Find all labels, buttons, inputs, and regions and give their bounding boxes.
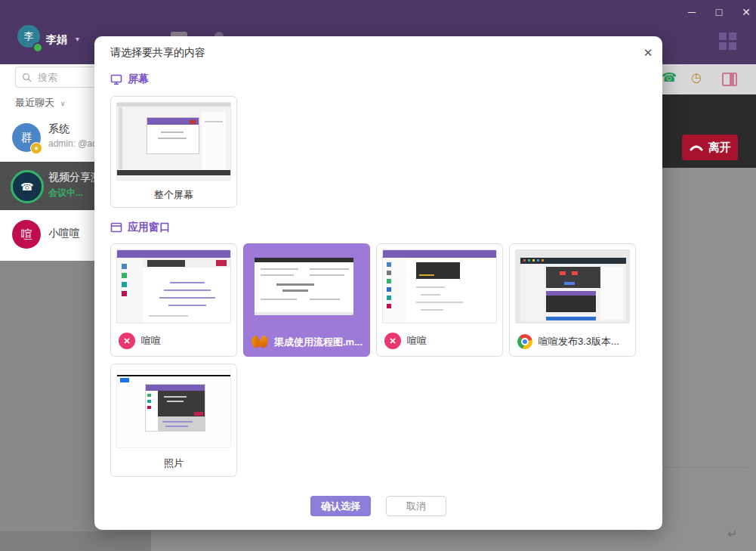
online-status-dot <box>32 42 43 53</box>
app-window-icon <box>110 221 122 234</box>
grid-square <box>729 42 736 50</box>
dialog-close-button[interactable]: ✕ <box>640 45 656 61</box>
section-header-windows: 应用窗口 <box>110 221 170 234</box>
share-card-browser[interactable]: 喧喧发布3.3版本... <box>509 243 636 357</box>
grid-square <box>729 33 736 40</box>
apps-grid-icon[interactable] <box>719 33 736 50</box>
star-badge: ★ <box>30 142 42 154</box>
window-thumbnail <box>382 249 497 323</box>
monitor-icon <box>110 73 122 85</box>
grid-square <box>719 33 727 40</box>
window-close-button[interactable]: ✕ <box>739 6 754 18</box>
user-name[interactable]: 李娟 <box>46 33 67 47</box>
leave-meeting-button[interactable]: 离开 <box>682 135 738 160</box>
chevron-down-icon: ∨ <box>60 100 66 107</box>
confirm-button[interactable]: 确认选择 <box>310 496 371 516</box>
xuanxuan-logo-icon: ✕ <box>119 333 135 349</box>
history-icon[interactable]: ◷ <box>691 70 702 85</box>
section-label: 应用窗口 <box>128 221 170 234</box>
share-card-entire-screen[interactable]: 整个屏幕 <box>110 96 237 208</box>
section-header-screen: 屏幕 <box>110 73 149 86</box>
grid-square <box>719 42 727 50</box>
share-card-photos[interactable]: 照片 <box>110 364 237 477</box>
minimize-button[interactable]: ─ <box>684 6 699 18</box>
app-window: 李 李娟 ▾ ─ □ ✕ 最近聊天 ∨ 群 ★ 系统 admin: @ad ☎ … <box>0 0 756 551</box>
dialog-title: 请选择要共享的内容 <box>110 46 205 60</box>
window-thumbnail <box>249 252 353 315</box>
card-label: 喧喧发布3.3版本... <box>538 335 619 348</box>
section-label: 屏幕 <box>128 73 149 86</box>
share-card-xuanxuan-1[interactable]: ✕ 喧喧 <box>110 243 237 357</box>
card-label: 整个屏幕 <box>111 188 236 202</box>
hang-up-icon <box>690 144 703 151</box>
card-label: 渠成使用流程图.m... <box>274 336 363 349</box>
user-avatar: 喧 <box>12 220 41 249</box>
sidebar-bottom-bar <box>0 531 151 551</box>
card-label: 喧喧 <box>141 334 161 348</box>
card-label: 喧喧 <box>407 334 427 348</box>
phone-call-icon[interactable]: ☎ <box>662 70 677 85</box>
window-thumbnail <box>515 249 630 323</box>
maximize-button[interactable]: □ <box>711 6 727 18</box>
window-thumbnail <box>116 249 231 323</box>
chrome-icon <box>517 334 532 349</box>
enter-icon: ↵ <box>727 527 737 541</box>
recent-chats-header[interactable]: 最近聊天 ∨ <box>15 96 65 110</box>
cancel-button[interactable]: 取消 <box>386 496 446 516</box>
card-label: 照片 <box>111 457 236 470</box>
search-icon <box>22 73 32 82</box>
butterfly-icon <box>251 336 268 349</box>
window-thumbnail <box>116 102 231 181</box>
leave-label: 离开 <box>708 141 731 155</box>
share-card-xuanxuan-2[interactable]: ✕ 喧喧 <box>376 243 503 357</box>
window-thumbnail <box>116 370 231 448</box>
share-card-flowchart-selected[interactable]: 渠成使用流程图.m... <box>243 243 370 357</box>
call-avatar: ☎ <box>11 170 44 203</box>
xuanxuan-logo-icon: ✕ <box>384 333 401 349</box>
chevron-down-icon[interactable]: ▾ <box>76 35 79 43</box>
recent-chats-label: 最近聊天 <box>15 97 54 108</box>
share-dialog: 请选择要共享的内容 ✕ 屏幕 整个屏幕 应用窗口 ✕ <box>94 36 662 530</box>
panel-fill <box>730 74 734 85</box>
sidebar-toggle-icon[interactable] <box>722 73 737 86</box>
